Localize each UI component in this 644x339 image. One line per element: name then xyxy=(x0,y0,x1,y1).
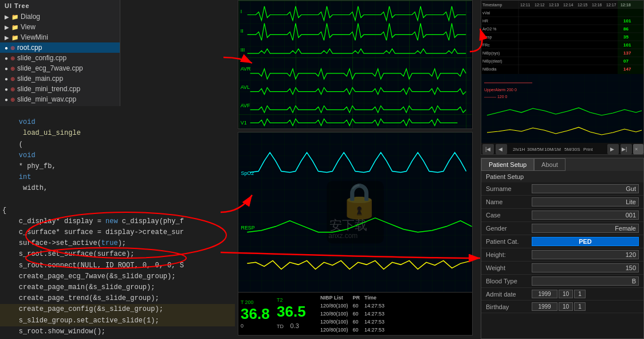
svg-text:anxz.com: anxz.com xyxy=(328,232,358,240)
field-admit-date: Admit date xyxy=(481,288,643,301)
input-weight[interactable] xyxy=(532,263,639,272)
sidebar-item-slide-mini-wav[interactable]: ● ⊕ slide_mini_wav.cpp xyxy=(0,94,120,104)
field-case: Case xyxy=(481,209,643,222)
svg-text:FRc: FRc xyxy=(482,43,490,47)
svg-rect-55 xyxy=(481,74,644,155)
file-indicator: ● xyxy=(5,96,8,103)
label-patient-cat: Patient Cat. xyxy=(486,238,532,245)
svg-text:NiBodia: NiBodia xyxy=(482,67,497,71)
label-birthday: Birthday xyxy=(486,303,532,310)
birth-month[interactable] xyxy=(559,302,573,311)
svg-text:12:13: 12:13 xyxy=(549,3,559,7)
nbp-val-4: 120/80(100) xyxy=(319,326,350,333)
svg-text:AVF: AVF xyxy=(241,103,250,108)
label-case: Case xyxy=(486,212,532,219)
tab-about[interactable]: About xyxy=(534,158,566,171)
input-name[interactable] xyxy=(532,197,639,206)
code-line-4: surface->set_active(true); xyxy=(0,238,235,249)
code-line-3: c_surface* surface = display->create_sur xyxy=(0,227,235,238)
field-weight: Weight xyxy=(481,262,643,275)
time-val-3: 14:27:53 xyxy=(363,318,386,325)
svg-text:30M/5M: 30M/5M xyxy=(527,147,544,152)
code-line-13: s_root.show_window(); xyxy=(0,326,235,337)
svg-text:Resp: Resp xyxy=(482,35,492,40)
svg-text:————————————: ———————————— xyxy=(484,80,532,84)
field-patient-cat: Patient Cat. xyxy=(481,235,643,248)
svg-text:AVR: AVR xyxy=(241,66,251,72)
cpp-file-icon: ⊕ xyxy=(10,76,15,82)
input-surname[interactable] xyxy=(532,184,639,193)
svg-text:10M/1M: 10M/1M xyxy=(544,147,561,152)
temp1-value: 36.8 xyxy=(241,305,270,323)
folder-icon: 📁 xyxy=(11,34,18,41)
svg-text:|◀: |◀ xyxy=(485,146,490,152)
svg-text:▶|: ▶| xyxy=(622,146,627,152)
pr-header: PR xyxy=(351,294,362,301)
field-height: Height: xyxy=(481,248,643,262)
scale-200: 200 xyxy=(245,299,254,305)
birthday-inputs xyxy=(532,302,639,311)
input-patient-cat[interactable] xyxy=(532,237,639,246)
expand-icon: ▶ xyxy=(5,34,9,41)
svg-text:🔒: 🔒 xyxy=(338,180,381,221)
admit-month[interactable] xyxy=(559,290,573,298)
patient-section-title: Patient Setup xyxy=(481,171,643,182)
sidebar-item-slide-main[interactable]: ● ⊕ slide_main.cpp xyxy=(0,73,120,84)
input-blood-type[interactable] xyxy=(532,276,639,286)
tree-title: UI Tree xyxy=(0,0,120,11)
sidebar-item-slide-mini-trend[interactable]: ● ⊕ slide_mini_trend.cpp xyxy=(0,84,120,94)
nbp-row-3: 120/80(100) 60 14:27:53 xyxy=(319,318,386,325)
svg-text:安下载: 安下载 xyxy=(329,218,367,232)
svg-text:137: 137 xyxy=(623,50,631,56)
svg-text:AVL: AVL xyxy=(241,84,250,90)
svg-text:NiBp(sys): NiBp(sys) xyxy=(482,51,500,56)
field-gender: Gender xyxy=(481,222,643,235)
code-line-10: create_page_trend(&s_slide_group); xyxy=(0,293,235,304)
vitals-table-svg: Timestamp 12:11 12:12 12:13 12:14 12:15 … xyxy=(481,1,644,155)
input-height[interactable] xyxy=(532,250,639,259)
admit-year[interactable] xyxy=(532,290,557,298)
svg-text:35: 35 xyxy=(623,34,629,40)
svg-text:V1: V1 xyxy=(241,120,247,126)
svg-text:▶: ▶ xyxy=(610,146,614,152)
svg-text:HR: HR xyxy=(482,19,488,23)
sidebar-item-slide-ecg[interactable]: ● ⊕ slide_ecg_7wave.cpp xyxy=(0,63,120,73)
scale-0: 0 xyxy=(241,323,244,329)
ecg-top-panel: I II III AVR AVL AVF V1 xyxy=(238,0,473,129)
birth-day[interactable] xyxy=(574,302,586,311)
code-line-11: create_page_config(&s_slide_group); xyxy=(0,304,235,315)
svg-text:ArO2 %: ArO2 % xyxy=(482,27,497,31)
input-gender[interactable] xyxy=(532,224,639,233)
label-gender: Gender xyxy=(486,225,532,232)
label-weight: Weight xyxy=(486,264,532,271)
temp1-label: T xyxy=(241,299,244,305)
label-name: Name xyxy=(486,198,532,205)
tab-patient-setup[interactable]: Patient Setup xyxy=(481,158,534,171)
pr-val-3: 60 xyxy=(351,318,362,325)
code-editor: void load_ui_single ( void * phy_fb, int… xyxy=(0,106,235,339)
code-line-2: c_display* display = new c_display(phy_f xyxy=(0,216,235,227)
pr-val-2: 60 xyxy=(351,310,362,317)
sidebar-item-dialog[interactable]: ▶ 📁 Dialog xyxy=(0,11,120,22)
file-indicator: ● xyxy=(5,86,8,92)
svg-text:Print: Print xyxy=(583,147,593,152)
input-case[interactable] xyxy=(532,211,639,220)
sidebar-item-viewmini[interactable]: ▶ 📁 ViewMini xyxy=(0,32,120,42)
temp2-value: 36.5 xyxy=(277,303,306,320)
file-indicator: ● xyxy=(5,76,8,82)
cpp-file-icon: ⊕ xyxy=(10,65,15,72)
sidebar-item-root-cpp[interactable]: ● ⊕ root.cpp xyxy=(0,42,120,53)
time-header: Time xyxy=(363,294,386,301)
birth-year[interactable] xyxy=(532,302,557,311)
admit-day[interactable] xyxy=(574,290,586,298)
sidebar-item-view[interactable]: ▶ 📁 View xyxy=(0,22,120,32)
svg-text:◀: ◀ xyxy=(498,146,502,152)
sidebar-item-slide-config[interactable]: ● ⊕ slide_config.cpp xyxy=(0,53,120,63)
code-line-5: s_root.set_surface(surface); xyxy=(0,249,235,260)
time-val-1: 14:27:53 xyxy=(363,302,386,309)
svg-text:I: I xyxy=(241,9,242,14)
time-val-4: 14:27:53 xyxy=(363,326,386,333)
pr-val-4: 60 xyxy=(351,326,362,333)
svg-text:SpO2: SpO2 xyxy=(241,170,254,176)
label-height: Height: xyxy=(486,251,532,258)
